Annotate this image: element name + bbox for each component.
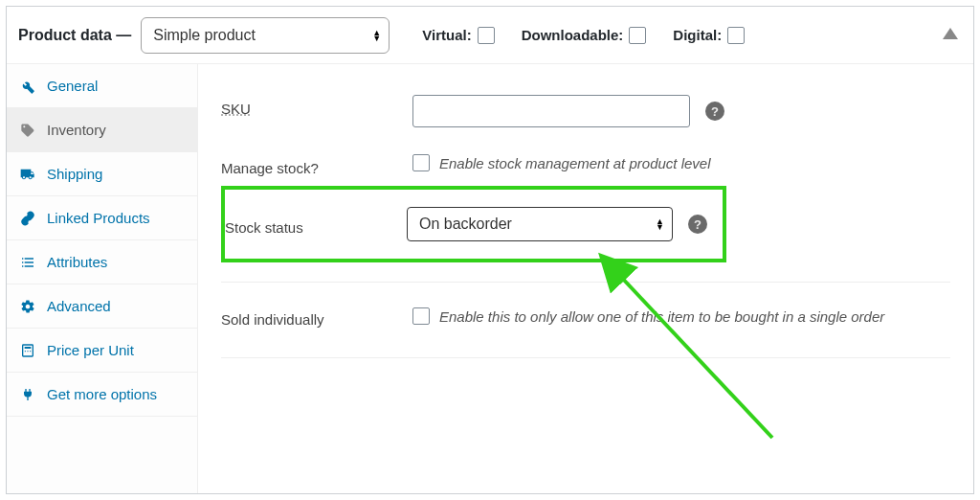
sidebar-item-price-per-unit[interactable]: Price per Unit — [7, 329, 197, 373]
sidebar-item-label: Shipping — [47, 166, 102, 182]
product-type-value: Simple product — [153, 27, 256, 44]
svg-rect-1 — [25, 347, 32, 349]
sold-individually-text: Enable this to only allow one of this it… — [439, 306, 884, 329]
sku-label: SKU — [221, 95, 412, 117]
select-caret-icon: ▲▼ — [372, 30, 381, 41]
manage-stock-label: Manage stock? — [221, 154, 412, 176]
downloadable-checkbox[interactable]: Downloadable: — [522, 27, 647, 44]
sold-individually-label: Sold individually — [221, 306, 412, 328]
virtual-checkbox[interactable]: Virtual: — [422, 27, 494, 44]
svg-point-2 — [25, 351, 26, 352]
digital-checkbox[interactable]: Digital: — [673, 27, 745, 44]
stock-status-highlight: Stock status On backorder ▲▼ ? — [221, 186, 726, 262]
manage-stock-text: Enable stock management at product level — [439, 155, 711, 171]
gear-icon — [18, 299, 37, 314]
manage-stock-row: Manage stock? Enable stock management at… — [221, 141, 950, 190]
stock-status-select[interactable]: On backorder ▲▼ — [407, 207, 673, 241]
manage-stock-field: Enable stock management at product level — [412, 154, 950, 171]
checkbox-box — [727, 27, 745, 44]
link-icon — [18, 211, 37, 226]
help-icon[interactable]: ? — [688, 215, 707, 234]
panel-body: General Inventory Shipping Linked Produc… — [7, 64, 973, 493]
sidebar-item-label: Inventory — [47, 122, 106, 138]
sidebar-item-inventory[interactable]: Inventory — [7, 108, 197, 152]
stock-status-value: On backorder — [419, 216, 512, 233]
svg-point-3 — [27, 351, 28, 352]
sidebar-item-get-more-options[interactable]: Get more options — [7, 373, 197, 417]
sidebar: General Inventory Shipping Linked Produc… — [7, 64, 198, 493]
calculator-icon — [18, 343, 37, 358]
checkbox-box — [478, 27, 495, 44]
sidebar-item-shipping[interactable]: Shipping — [7, 152, 197, 196]
checkbox-box — [629, 27, 646, 44]
list-icon — [18, 255, 37, 270]
sidebar-item-attributes[interactable]: Attributes — [7, 240, 197, 284]
panel-header: Product data — Simple product ▲▼ Virtual… — [7, 7, 973, 64]
sidebar-item-label: Attributes — [47, 254, 107, 270]
sku-row: SKU ? — [221, 81, 950, 141]
sold-individually-checkbox[interactable] — [412, 307, 430, 325]
product-data-panel: Product data — Simple product ▲▼ Virtual… — [6, 6, 974, 494]
plug-icon — [18, 387, 37, 402]
panel-title: Product data — — [18, 27, 131, 44]
content-area: SKU ? Manage stock? Enable stock managem… — [198, 64, 973, 493]
manage-stock-checkbox[interactable] — [412, 154, 430, 171]
sidebar-item-label: General — [47, 78, 98, 94]
sold-individually-row: Sold individually Enable this to only al… — [221, 282, 950, 358]
product-type-select[interactable]: Simple product ▲▼ — [141, 17, 390, 54]
collapse-toggle-icon[interactable] — [943, 28, 958, 39]
sidebar-item-label: Advanced — [47, 298, 111, 314]
stock-status-label: Stock status — [225, 214, 407, 236]
virtual-label: Virtual: — [422, 27, 471, 43]
wrench-icon — [18, 79, 37, 94]
sidebar-item-label: Linked Products — [47, 210, 150, 226]
truck-icon — [18, 167, 37, 182]
header-checkbox-group: Virtual: Downloadable: Digital: — [422, 27, 745, 44]
sidebar-item-label: Get more options — [47, 386, 157, 402]
sidebar-item-general[interactable]: General — [7, 64, 197, 108]
sidebar-item-advanced[interactable]: Advanced — [7, 284, 197, 329]
select-caret-icon: ▲▼ — [656, 218, 664, 230]
svg-point-4 — [30, 351, 31, 352]
sidebar-item-label: Price per Unit — [47, 342, 134, 358]
sold-individually-field: Enable this to only allow one of this it… — [412, 306, 950, 329]
sku-input[interactable] — [412, 95, 690, 127]
sidebar-item-linked-products[interactable]: Linked Products — [7, 196, 197, 240]
sku-field: ? — [412, 95, 950, 127]
digital-label: Digital: — [673, 27, 722, 43]
tag-icon — [18, 123, 37, 138]
downloadable-label: Downloadable: — [522, 27, 624, 43]
help-icon[interactable]: ? — [705, 102, 724, 121]
